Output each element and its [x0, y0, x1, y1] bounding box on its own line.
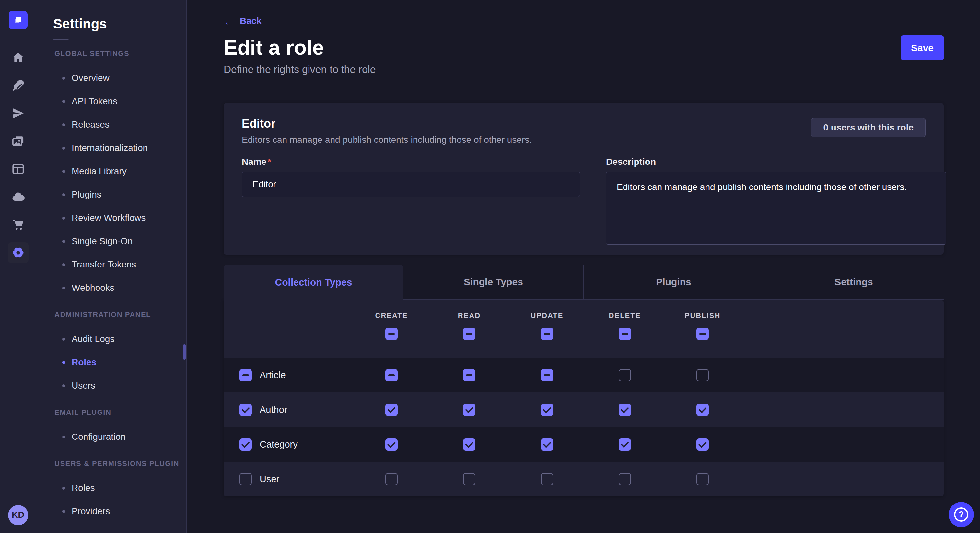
row-name-cell: Category	[224, 438, 353, 451]
subnav-item-roles[interactable]: Roles	[36, 476, 186, 500]
row-checkbox-article[interactable]	[240, 369, 252, 381]
content-type-builder-icon	[11, 79, 25, 92]
subnav-section: GLOBAL SETTINGSOverviewAPI TokensRelease…	[36, 49, 186, 300]
checkbox-author-publish[interactable]	[697, 404, 709, 416]
tab-plugins[interactable]: Plugins	[583, 265, 764, 300]
strapi-logo[interactable]	[9, 11, 27, 30]
bullet-icon	[62, 240, 65, 243]
master-checkbox-publish[interactable]	[697, 328, 709, 340]
permission-cell	[430, 369, 508, 381]
name-label-text: Name	[242, 157, 266, 167]
subnav-item-api-tokens[interactable]: API Tokens	[36, 90, 186, 113]
subnav-scrollbar-thumb[interactable]	[183, 344, 186, 360]
deploy-rail-button[interactable]	[8, 103, 29, 124]
bullet-icon	[62, 487, 65, 490]
permission-cell	[664, 438, 741, 451]
master-checkbox-update[interactable]	[541, 328, 553, 340]
back-link[interactable]: ← Back	[224, 16, 261, 27]
subnav-item-overview[interactable]: Overview	[36, 67, 186, 90]
checkbox-article-update[interactable]	[541, 369, 553, 381]
row-checkbox-category[interactable]	[240, 438, 252, 451]
home-rail-button[interactable]	[8, 47, 29, 68]
content-type-builder-rail-button[interactable]	[8, 75, 29, 96]
master-checkbox-create[interactable]	[385, 328, 398, 340]
tab-settings[interactable]: Settings	[764, 265, 944, 300]
checkbox-category-create[interactable]	[385, 438, 398, 451]
role-description-textarea[interactable]: Editors can manage and publish contents …	[606, 171, 946, 245]
row-checkbox-author[interactable]	[240, 404, 252, 416]
rail-nav	[0, 40, 36, 497]
checkbox-article-create[interactable]	[385, 369, 398, 381]
subnav-item-roles[interactable]: Roles	[36, 351, 186, 374]
settings-icon	[11, 246, 25, 259]
settings-rail-button[interactable]	[8, 242, 29, 263]
subnav-item-plugins[interactable]: Plugins	[36, 183, 186, 206]
subnav-item-single-sign-on[interactable]: Single Sign-On	[36, 230, 186, 253]
subnav-item-transfer-tokens[interactable]: Transfer Tokens	[36, 253, 186, 276]
checkbox-author-update[interactable]	[541, 404, 553, 416]
subnav-item-audit-logs[interactable]: Audit Logs	[36, 327, 186, 351]
subnav-item-users[interactable]: Users	[36, 374, 186, 397]
subnav-item-configuration[interactable]: Configuration	[36, 425, 186, 449]
checkbox-article-read[interactable]	[463, 369, 476, 381]
cloud-rail-button[interactable]	[8, 187, 29, 207]
content-manager-rail-button[interactable]	[8, 159, 29, 179]
checkbox-category-read[interactable]	[463, 438, 476, 451]
subnav-section-items: Configuration	[36, 425, 186, 449]
subnav-item-label: Configuration	[72, 431, 126, 442]
help-button[interactable]: ?	[948, 502, 974, 527]
subnav-item-releases[interactable]: Releases	[36, 113, 186, 136]
subnav-item-label: Roles	[72, 357, 96, 368]
permission-cell	[353, 404, 430, 416]
column-header-label: READ	[458, 311, 480, 320]
row-name-label: Author	[259, 405, 287, 415]
subnav-item-providers[interactable]: Providers	[36, 500, 186, 523]
role-name-input[interactable]	[242, 171, 580, 197]
user-avatar[interactable]: KD	[8, 505, 28, 525]
checkbox-article-delete[interactable]	[619, 369, 631, 381]
checkbox-article-publish[interactable]	[697, 369, 709, 381]
role-fields: Name* Description Editors can manage and…	[242, 157, 926, 245]
media-library-icon	[11, 134, 25, 148]
master-checkbox-row	[224, 328, 944, 340]
name-label: Name*	[242, 157, 580, 167]
marketplace-rail-button[interactable]	[8, 214, 29, 235]
subnav-section-heading: EMAIL PLUGIN	[36, 408, 186, 417]
permission-cell	[353, 473, 430, 485]
subnav-section-heading: USERS & PERMISSIONS PLUGIN	[36, 459, 186, 468]
checkbox-author-create[interactable]	[385, 404, 398, 416]
tab-single-types[interactable]: Single Types	[404, 265, 583, 300]
subnav-item-label: Media Library	[72, 166, 127, 176]
subnav-item-internationalization[interactable]: Internationalization	[36, 136, 186, 160]
row-checkbox-user[interactable]	[240, 473, 252, 485]
master-checkbox-delete[interactable]	[619, 328, 631, 340]
subnav-item-label: Releases	[72, 119, 110, 130]
subnav-item-review-workflows[interactable]: Review Workflows	[36, 206, 186, 230]
row-name-label: Article	[259, 370, 286, 381]
checkbox-user-read[interactable]	[463, 473, 476, 485]
checkbox-author-read[interactable]	[463, 404, 476, 416]
media-library-rail-button[interactable]	[8, 131, 29, 152]
page-title: Edit a role	[224, 36, 324, 60]
column-header-label: CREATE	[375, 311, 408, 320]
tab-collection-types[interactable]: Collection Types	[224, 265, 404, 300]
checkbox-category-update[interactable]	[541, 438, 553, 451]
checkbox-user-update[interactable]	[541, 473, 553, 485]
subnav-item-label: Webhooks	[72, 283, 115, 293]
checkbox-author-delete[interactable]	[619, 404, 631, 416]
checkbox-user-publish[interactable]	[697, 473, 709, 485]
icon-rail: KD	[0, 0, 36, 533]
master-checkbox-read[interactable]	[463, 328, 476, 340]
subnav-item-webhooks[interactable]: Webhooks	[36, 276, 186, 300]
checkbox-category-publish[interactable]	[697, 438, 709, 451]
save-button[interactable]: Save	[900, 35, 944, 60]
checkbox-user-delete[interactable]	[619, 473, 631, 485]
description-label: Description	[606, 157, 946, 167]
role-details-card: Editor Editors can manage and publish co…	[224, 103, 944, 254]
subnav-item-media-library[interactable]: Media Library	[36, 160, 186, 183]
rail-footer: KD	[0, 497, 36, 533]
checkbox-user-create[interactable]	[385, 473, 398, 485]
checkbox-category-delete[interactable]	[619, 438, 631, 451]
users-with-role-button[interactable]: 0 users with this role	[811, 118, 926, 137]
bullet-icon	[62, 510, 65, 513]
